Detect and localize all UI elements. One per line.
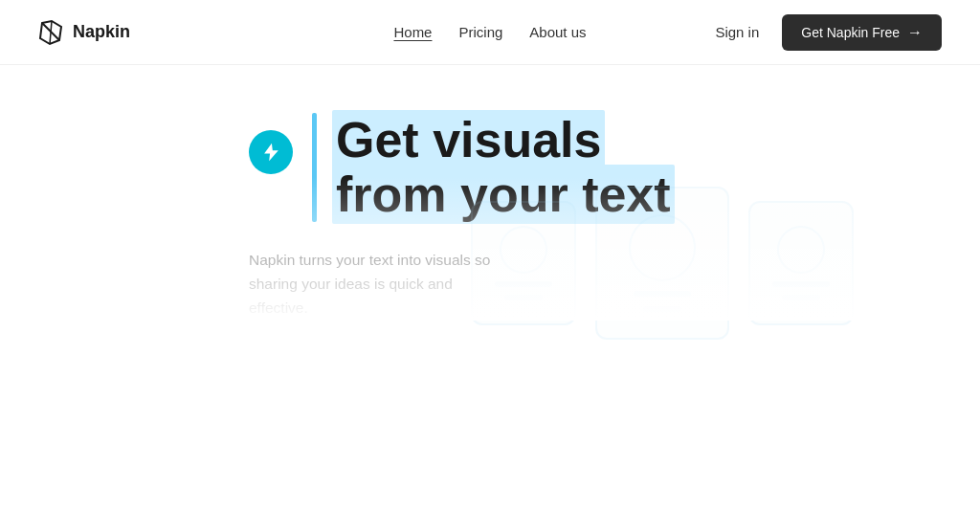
nav-link-about[interactable]: About us: [529, 24, 586, 40]
nav-link-pricing[interactable]: Pricing: [458, 24, 502, 40]
nav-links: Home Pricing About us: [393, 24, 586, 40]
logo-text: Napkin: [73, 22, 130, 42]
bg-card-1: [471, 201, 576, 325]
arrow-icon: →: [907, 24, 923, 41]
bg-card-3: [748, 201, 854, 325]
blue-vertical-bar: [312, 113, 317, 222]
nav-link-home[interactable]: Home: [393, 24, 432, 40]
napkin-logo-icon: [38, 19, 65, 46]
get-napkin-button[interactable]: Get Napkin Free →: [782, 14, 942, 51]
svg-line-2: [50, 21, 52, 44]
bg-card-2: [595, 187, 729, 340]
sign-in-link[interactable]: Sign in: [715, 24, 759, 40]
background-visuals: [375, 129, 949, 397]
logo[interactable]: Napkin: [38, 19, 130, 46]
lightning-icon: [249, 130, 293, 174]
nav-right: Sign in Get Napkin Free →: [715, 14, 942, 51]
navbar: Napkin Home Pricing About us Sign in Get…: [0, 0, 980, 65]
hero-section: Get visuals from your text Napkin turns …: [0, 65, 980, 321]
